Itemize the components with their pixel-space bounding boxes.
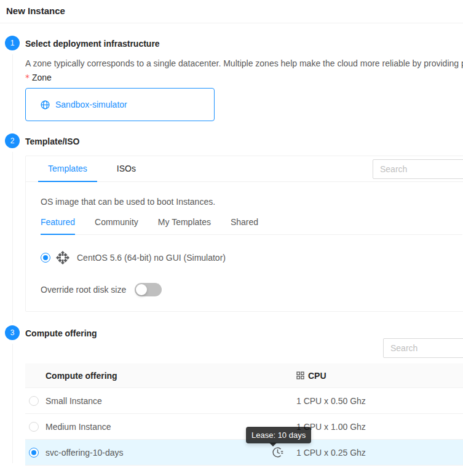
step-number-badge: 2 (5, 133, 20, 148)
template-option-centos[interactable]: CentOS 5.6 (64-bit) no GUI (Simulator) (41, 251, 462, 264)
step-compute-offering: 3 Compute offering Compute offering (5, 325, 463, 466)
filter-tab-community[interactable]: Community (95, 217, 138, 234)
step-rail: 1 (5, 36, 20, 133)
step-title: Template/ISO (25, 135, 463, 148)
step-number-badge: 1 (5, 36, 20, 50)
filter-tab-my-templates[interactable]: My Templates (158, 217, 211, 234)
page-title: New Instance (6, 6, 457, 16)
page-header: New Instance (0, 0, 463, 23)
override-root-disk-label: Override root disk size (41, 285, 126, 295)
offering-radio[interactable] (29, 448, 39, 458)
step-connector (12, 152, 13, 323)
column-header-cpu: CPU (291, 371, 463, 381)
clock-icon[interactable] (272, 446, 283, 458)
zone-field-label: *Zone (25, 73, 463, 82)
filter-tab-shared[interactable]: Shared (231, 217, 258, 234)
step-title: Select deployment infrastructure (25, 38, 463, 50)
zone-description: A zone typically corresponds to a single… (25, 58, 463, 68)
offering-name: svc-offering-10-days (46, 448, 263, 458)
offering-radio[interactable] (29, 396, 39, 406)
override-root-disk-toggle[interactable] (135, 283, 162, 296)
grid-icon (296, 371, 304, 379)
template-name: CentOS 5.6 (64-bit) no GUI (Simulator) (77, 253, 226, 263)
template-search-input[interactable] (373, 159, 463, 179)
toggle-knob (136, 284, 147, 295)
zone-card-sandbox-simulator[interactable]: Sandbox-simulator (25, 88, 215, 121)
offering-row-svc-offering-10-days[interactable]: svc-offering-10-days 1 CPU x 0.25 Ghz (25, 440, 463, 466)
step-template-iso: 2 Template/ISO Templates ISOs OS image t… (5, 133, 463, 325)
template-card-header: Templates ISOs (26, 156, 463, 182)
offering-row-small-instance[interactable]: Small Instance 1 CPU x 0.50 Ghz (25, 388, 463, 414)
offering-cpu: 1 CPU x 0.50 Ghz (291, 396, 463, 406)
offering-cpu: 1 CPU x 1.00 Ghz (291, 422, 463, 432)
offering-cpu: 1 CPU x 0.25 Ghz (291, 448, 463, 458)
centos-icon (56, 251, 69, 264)
table-header-row: Compute offering CPU (25, 363, 463, 388)
tab-isos[interactable]: ISOs (107, 156, 146, 181)
template-radio[interactable] (41, 253, 50, 263)
new-instance-wizard: 1 Select deployment infrastructure A zon… (0, 23, 463, 466)
step-deployment-infrastructure: 1 Select deployment infrastructure A zon… (5, 36, 463, 133)
offering-row-medium-instance[interactable]: Medium Instance 1 CPU x 1.00 Ghz (25, 414, 463, 440)
filter-tab-featured[interactable]: Featured (41, 217, 75, 234)
required-asterisk: * (25, 73, 30, 82)
compute-offering-table: Compute offering CPU (25, 363, 463, 466)
tooltip-arrow (269, 443, 277, 446)
template-card: Templates ISOs OS image that can be used… (25, 156, 463, 312)
lease-tooltip: Lease: 10 days (246, 427, 311, 443)
step-connector (12, 344, 13, 463)
compute-offering-search-input[interactable] (383, 338, 463, 358)
globe-icon (41, 100, 50, 109)
step-connector (12, 54, 13, 131)
step-rail: 3 (5, 325, 20, 466)
offering-name: Small Instance (46, 396, 263, 406)
offering-name: Medium Instance (46, 422, 263, 432)
lease-tooltip-text: Lease: 10 days (251, 430, 306, 440)
step-rail: 2 (5, 133, 20, 325)
os-image-description: OS image that can be used to boot Instan… (41, 197, 462, 207)
override-root-disk-row: Override root disk size (41, 283, 462, 296)
tab-templates[interactable]: Templates (38, 156, 97, 181)
step-number-badge: 3 (5, 325, 20, 340)
template-filter-tabs: Featured Community My Templates Shared (41, 217, 462, 235)
column-header-compute-offering: Compute offering (25, 371, 263, 381)
offering-radio[interactable] (29, 422, 39, 432)
zone-name: Sandbox-simulator (55, 100, 127, 109)
